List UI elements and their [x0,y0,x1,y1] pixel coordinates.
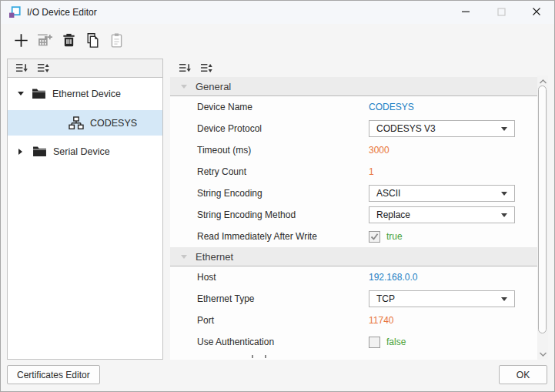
chevron-down-icon [539,348,547,360]
property-row-string-encoding-method: String Encoding MethodReplace [170,204,537,226]
property-label: String Encoding Method [197,209,369,220]
property-row-use-authentication: Use Authenticationfalse [170,331,537,353]
network-device-icon [69,116,84,130]
vertical-scrollbar[interactable] [537,75,548,360]
chevron-down-icon [501,213,507,217]
dropdown-selected-value: CODESYS V3 [376,123,436,134]
trash-icon [61,32,77,49]
maximize-icon [497,7,506,18]
property-row-ethernet-type: Ethernet TypeTCP [170,288,537,310]
main-toolbar [1,24,554,56]
expand-arrow-icon[interactable] [18,149,22,155]
use-authentication-checkbox[interactable] [369,337,380,348]
window-controls [448,1,554,24]
clipped-text [252,355,253,358]
paste-device-button[interactable] [107,31,126,50]
tree-item-ethernet-device[interactable]: Ethernet Device [8,81,162,106]
tree-item-label: Serial Device [53,146,110,157]
chevron-down-icon [501,297,507,301]
timeout-ms-value[interactable]: 3000 [369,145,390,156]
device-tree-panel: Ethernet DeviceCODESYSSerial Device [7,59,163,360]
titlebar: I/O Device Editor [1,1,554,24]
device-tree: Ethernet DeviceCODESYSSerial Device [8,78,162,164]
dropdown-selected-value: ASCII [376,188,400,199]
tree-collapse-all-icon[interactable] [15,62,28,74]
host-value[interactable]: 192.168.0.0 [369,272,417,283]
property-row-port: Port11740 [170,310,537,331]
read-immediately-after-write-checkbox[interactable] [369,231,380,243]
tree-item-codesys[interactable]: CODESYS [8,110,162,136]
property-row-device-name: Device NameCODESYS [170,96,537,118]
chevron-down-icon [501,192,507,196]
property-row-retry-count: Retry Count1 [170,161,537,183]
tree-item-serial-device[interactable]: Serial Device [8,139,162,164]
add-device-group-button[interactable] [35,31,55,50]
minimize-icon [461,7,470,18]
section-title: General [196,81,231,92]
retry-count-value[interactable]: 1 [369,166,374,177]
props-expand-all-icon[interactable] [199,62,213,74]
folder-icon [32,88,46,99]
property-label: String Encoding [197,188,369,199]
property-label: Port [197,315,369,326]
minimize-button[interactable] [448,1,483,24]
port-value[interactable]: 11740 [369,315,393,326]
close-button[interactable] [519,1,554,24]
io-device-editor-window: I/O Device Editor Ethernet DeviceCODESYS… [0,0,555,392]
clipped-property-row [170,353,537,360]
collapse-arrow-icon[interactable] [18,92,24,95]
tree-item-label: Ethernet Device [52,89,121,99]
dropdown-selected-value: Replace [376,209,410,220]
copy-device-button[interactable] [83,31,102,50]
property-label: Retry Count [197,166,369,177]
props-collapse-all-icon[interactable] [178,62,192,74]
certificates-editor-button[interactable]: Certificates Editor [7,365,100,384]
scrollbar-thumb[interactable] [538,85,547,333]
property-label: Device Protocol [197,123,369,134]
property-label: Device Name [197,102,369,112]
property-row-string-encoding: String EncodingASCII [170,183,537,204]
app-logo-icon [8,6,21,18]
paste-icon [109,32,125,49]
add-device-button[interactable] [12,31,31,50]
section-collapse-icon [181,85,187,89]
dropdown-selected-value: TCP [376,293,395,304]
scroll-down-button[interactable] [537,349,548,359]
clipped-text [265,355,266,358]
properties-panel-header [178,59,213,77]
plus-icon [13,32,29,49]
tree-expand-all-icon[interactable] [36,62,50,74]
property-label: Read Immediately After Write [197,231,369,242]
property-label: Timeout (ms) [197,145,369,156]
section-header-general[interactable]: General [170,77,537,96]
tree-item-label: CODESYS [90,118,137,129]
folder-icon [32,146,47,157]
properties-grid: GeneralDevice NameCODESYSDevice Protocol… [170,77,537,360]
use-authentication-value: false [386,337,406,347]
delete-device-button[interactable] [59,31,79,50]
property-row-timeout-ms: Timeout (ms)3000 [170,139,537,161]
ok-button[interactable]: OK [499,365,547,384]
section-collapse-icon [181,255,187,259]
window-title: I/O Device Editor [27,7,97,18]
read-immediately-after-write-value: true [386,231,403,242]
tree-panel-header [8,59,162,78]
maximize-button[interactable] [483,1,519,24]
string-encoding-method-dropdown[interactable]: Replace [369,206,515,223]
property-label: Ethernet Type [197,293,369,304]
close-icon [532,7,541,18]
device-name-value[interactable]: CODESYS [369,102,414,112]
device-protocol-dropdown[interactable]: CODESYS V3 [369,120,515,137]
property-row-host: Host192.168.0.0 [170,266,537,288]
copy-icon [85,32,101,49]
ethernet-type-dropdown[interactable]: TCP [369,290,515,307]
chevron-down-icon [501,127,507,131]
add-group-icon [37,32,53,49]
property-label: Host [197,272,369,283]
property-label: Use Authentication [197,337,369,347]
section-header-ethernet[interactable]: Ethernet [170,247,537,266]
property-row-read-immediately-after-write: Read Immediately After Writetrue [170,226,537,247]
section-title: Ethernet [196,251,233,263]
property-row-device-protocol: Device ProtocolCODESYS V3 [170,118,537,139]
string-encoding-dropdown[interactable]: ASCII [369,185,515,202]
